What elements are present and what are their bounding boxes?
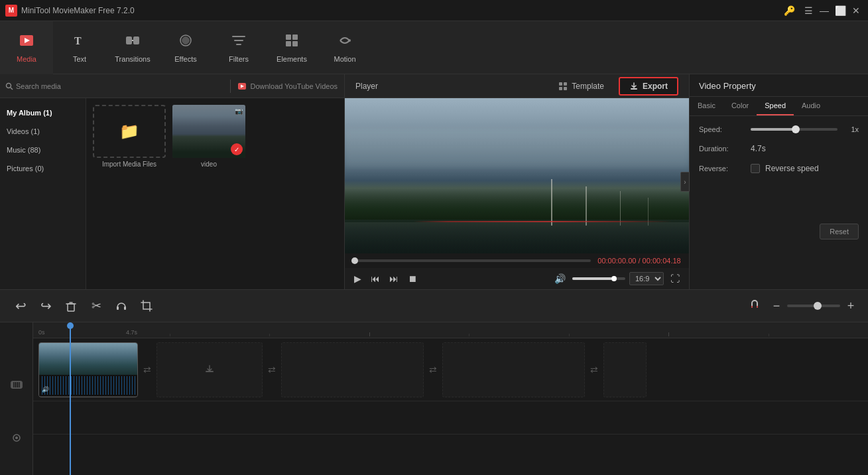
template-btn[interactable]: Template bbox=[550, 79, 612, 94]
audio-track-btn[interactable] bbox=[11, 432, 23, 446]
toolbar-text[interactable]: T Text bbox=[53, 21, 106, 74]
duration-value: 4.7s bbox=[751, 144, 766, 153]
toolbar-filters-label: Filters bbox=[229, 55, 249, 63]
play-btn[interactable]: ▶ bbox=[351, 272, 364, 285]
transition-cell-3[interactable] bbox=[442, 342, 585, 397]
youtube-icon bbox=[237, 82, 247, 91]
audio-btn[interactable] bbox=[110, 295, 133, 317]
svg-rect-9 bbox=[292, 41, 298, 46]
sidebar-item-pictures[interactable]: Pictures (0) bbox=[0, 159, 86, 178]
sidebar-item-music[interactable]: Music (88) bbox=[0, 141, 86, 159]
volume-bar[interactable] bbox=[572, 277, 625, 280]
toolbar: Media T Text Transitions Effects bbox=[0, 21, 868, 74]
toolbar-text-label: Text bbox=[73, 55, 86, 63]
sidebar-item-videos[interactable]: Videos (1) bbox=[0, 122, 86, 141]
close-btn[interactable]: ✕ bbox=[849, 4, 863, 17]
speed-value: 1x bbox=[843, 125, 859, 133]
delete-btn[interactable] bbox=[60, 295, 82, 317]
zoom-out-btn[interactable]: − bbox=[769, 298, 784, 314]
toolbar-elements[interactable]: Elements bbox=[265, 21, 318, 74]
undo-btn[interactable]: ↩ bbox=[9, 295, 32, 317]
svg-rect-19 bbox=[631, 88, 637, 90]
time-display: 00:00:00.00 / 00:00:04.18 bbox=[596, 257, 682, 265]
timeline-ruler: 0s 4.7s bbox=[33, 322, 868, 338]
transition-cell-4[interactable] bbox=[603, 342, 647, 397]
timeline-area: 0s 4.7s bbox=[0, 322, 868, 475]
crop-btn[interactable] bbox=[135, 295, 158, 317]
title-bar: M MiniTool MovieMaker Free 7.2.0 🔑 ☰ — ⬜… bbox=[0, 0, 868, 21]
reverse-checkbox[interactable] bbox=[751, 164, 760, 173]
reset-btn[interactable]: Reset bbox=[820, 224, 859, 239]
next-btn[interactable]: ⏭ bbox=[387, 272, 401, 285]
import-media-label: Import Media Files bbox=[102, 161, 156, 168]
video-thumbnail[interactable]: 📷 ✓ bbox=[172, 105, 245, 158]
cut-btn[interactable]: ✂ bbox=[85, 295, 107, 317]
playhead[interactable] bbox=[70, 322, 71, 475]
svg-rect-16 bbox=[564, 82, 567, 86]
svg-rect-6 bbox=[286, 34, 291, 40]
video-track-btn[interactable] bbox=[11, 379, 23, 393]
player-area: Player Template Export bbox=[345, 74, 689, 289]
properties-header: Video Property bbox=[690, 74, 868, 97]
speed-row: Speed: 1x bbox=[699, 125, 859, 133]
audio-track bbox=[33, 401, 868, 435]
video-clip[interactable]: 🔊 bbox=[38, 342, 138, 397]
stop-btn[interactable]: ⏹ bbox=[405, 272, 420, 285]
volume-icon[interactable]: 🔊 bbox=[552, 272, 568, 285]
svg-rect-18 bbox=[564, 87, 567, 90]
download-youtube-btn[interactable]: Download YouTube Videos bbox=[231, 82, 345, 91]
template-icon bbox=[558, 82, 568, 91]
zoom-track[interactable] bbox=[787, 305, 840, 307]
minimize-btn[interactable]: — bbox=[818, 4, 831, 17]
tab-speed[interactable]: Speed bbox=[757, 97, 794, 115]
volume-dot bbox=[611, 276, 617, 281]
tab-color[interactable]: Color bbox=[723, 97, 757, 115]
svg-rect-22 bbox=[124, 306, 126, 310]
aspect-ratio-control[interactable]: 16:9 bbox=[629, 272, 664, 285]
transition-cell-2[interactable] bbox=[281, 342, 424, 397]
panel-collapse-btn[interactable]: › bbox=[680, 172, 690, 192]
transition-download-icon bbox=[204, 364, 215, 375]
seek-bar[interactable] bbox=[351, 259, 591, 262]
search-media-btn[interactable]: Search media bbox=[0, 82, 230, 90]
magnet-btn[interactable] bbox=[743, 295, 766, 317]
menu-btn[interactable]: ☰ bbox=[802, 4, 815, 17]
transition-cell-1[interactable] bbox=[156, 342, 263, 397]
total-time: 00:00:04.18 bbox=[643, 257, 681, 265]
tab-audio[interactable]: Audio bbox=[794, 97, 828, 115]
redo-btn[interactable]: ↪ bbox=[34, 295, 57, 317]
prev-btn[interactable]: ⏮ bbox=[368, 272, 383, 285]
maximize-btn[interactable]: ⬜ bbox=[834, 4, 847, 17]
transition-icon-4: ⇄ bbox=[590, 364, 598, 375]
export-label: Export bbox=[643, 82, 668, 91]
video-item-label: video bbox=[201, 161, 217, 168]
svg-rect-3 bbox=[126, 36, 132, 44]
toolbar-transitions[interactable]: Transitions bbox=[106, 21, 159, 74]
trash-icon bbox=[64, 299, 78, 312]
tab-basic[interactable]: Basic bbox=[690, 97, 723, 115]
toolbar-effects[interactable]: Effects bbox=[159, 21, 212, 74]
fullscreen-btn[interactable]: ⛶ bbox=[668, 272, 682, 285]
player-controls: ▶ ⏮ ⏭ ⏹ 🔊 16:9 ⛶ bbox=[345, 268, 689, 289]
video-pole-3 bbox=[620, 191, 621, 225]
toolbar-motion[interactable]: Motion bbox=[318, 21, 371, 74]
aspect-ratio-select[interactable]: 16:9 bbox=[629, 272, 664, 285]
key-icon: 🔑 bbox=[784, 5, 795, 16]
seek-dot[interactable] bbox=[351, 257, 358, 264]
zoom-in-btn[interactable]: + bbox=[843, 298, 859, 314]
svg-rect-20 bbox=[68, 304, 74, 311]
video-track: 🔊 ⇄ ⇄ ⇄ bbox=[33, 338, 868, 401]
sidebar-item-my-album[interactable]: My Album (1) bbox=[0, 103, 86, 122]
elements-icon bbox=[284, 33, 300, 52]
toolbar-filters[interactable]: Filters bbox=[212, 21, 265, 74]
speed-slider[interactable] bbox=[751, 128, 837, 131]
import-media-box[interactable]: 📁 bbox=[93, 105, 166, 158]
speed-label: Speed: bbox=[699, 125, 745, 133]
svg-rect-15 bbox=[559, 82, 562, 86]
toolbar-media[interactable]: Media bbox=[0, 21, 53, 74]
player-label: Player bbox=[355, 82, 378, 91]
window-controls: ☰ — ⬜ ✕ bbox=[802, 4, 863, 17]
export-icon bbox=[629, 82, 639, 91]
toolbar-effects-label: Effects bbox=[174, 55, 196, 63]
export-btn[interactable]: Export bbox=[619, 77, 678, 96]
